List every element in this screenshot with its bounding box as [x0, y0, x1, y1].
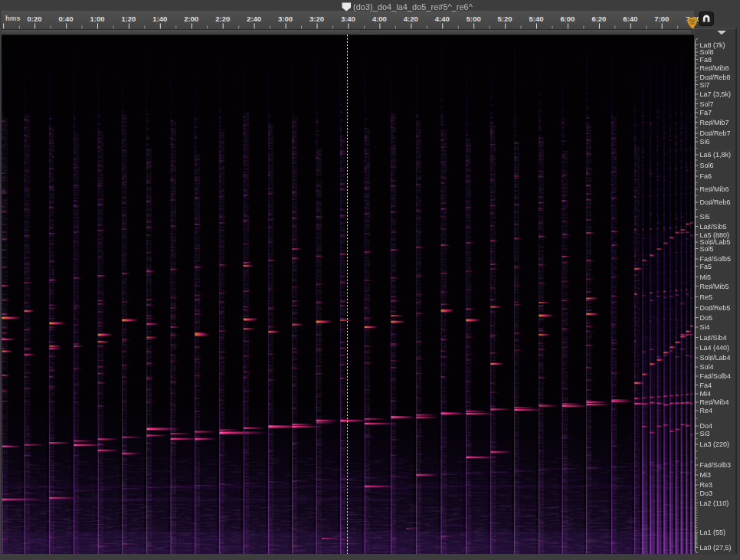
- svg-text:Fa6: Fa6: [700, 172, 712, 180]
- svg-text:(do3)_do4_la4_do5_re#5^_re6^: (do3)_do4_la4_do5_re#5^_re6^: [353, 2, 473, 11]
- svg-text:Sol5: Sol5: [700, 245, 714, 253]
- svg-text:La0 (27,5): La0 (27,5): [700, 544, 732, 552]
- svg-text:Sol8: Sol8: [700, 48, 714, 56]
- svg-text:Sol♯/Lab4: Sol♯/Lab4: [700, 354, 731, 362]
- svg-text:Mi3: Mi3: [700, 471, 712, 479]
- svg-text:Re3: Re3: [700, 481, 713, 489]
- svg-text:Fa8: Fa8: [700, 56, 712, 64]
- svg-text:Si3: Si3: [700, 430, 710, 437]
- svg-text:La5 (880): La5 (880): [700, 231, 730, 239]
- svg-text:Fa♯/Solb3: Fa♯/Solb3: [700, 461, 732, 469]
- svg-text:Fa♯/Solb4: Fa♯/Solb4: [700, 372, 732, 380]
- svg-text:Si4: Si4: [700, 323, 710, 331]
- svg-text:Sol4: Sol4: [700, 363, 714, 371]
- svg-text:Do4: Do4: [700, 422, 713, 430]
- svg-text:Do3: Do3: [700, 490, 713, 497]
- svg-text:Do♯/Reb6: Do♯/Reb6: [700, 198, 731, 206]
- svg-text:Re♯/Mib4: Re♯/Mib4: [700, 398, 729, 406]
- svg-text:Do♯/Reb8: Do♯/Reb8: [700, 74, 731, 81]
- svg-text:La3 (220): La3 (220): [700, 440, 730, 448]
- svg-text:Re♯/Mib7: Re♯/Mib7: [700, 119, 729, 126]
- svg-text:La2 (110): La2 (110): [700, 499, 729, 507]
- svg-text:La♯/Sib5: La♯/Sib5: [700, 223, 727, 231]
- svg-text:Fa4: Fa4: [700, 382, 712, 389]
- svg-text:Re4: Re4: [700, 407, 713, 414]
- svg-text:Sol7: Sol7: [700, 100, 714, 108]
- svg-text:La1 (55): La1 (55): [700, 529, 726, 536]
- svg-text:Si6: Si6: [700, 138, 710, 146]
- svg-text:Fa7: Fa7: [700, 109, 712, 116]
- svg-text:Do5: Do5: [700, 314, 713, 322]
- svg-text:Mi5: Mi5: [700, 273, 712, 281]
- svg-text:Do♯/Reb5: Do♯/Reb5: [700, 304, 731, 312]
- svg-text:La7 (3,5k): La7 (3,5k): [700, 90, 732, 98]
- svg-text:Si5: Si5: [700, 213, 710, 221]
- svg-text:Mi4: Mi4: [700, 390, 712, 398]
- svg-text:Fa5: Fa5: [700, 263, 712, 270]
- svg-text:Sol6: Sol6: [700, 162, 714, 169]
- svg-text:La4 (440): La4 (440): [700, 344, 730, 352]
- svg-text:La♯/Sib4: La♯/Sib4: [700, 334, 727, 342]
- svg-text:Re5: Re5: [700, 293, 713, 301]
- svg-text:Do♯/Reb7: Do♯/Reb7: [700, 129, 731, 137]
- svg-text:Re♯/Mib6: Re♯/Mib6: [700, 185, 729, 193]
- svg-text:Re♯/Mib5: Re♯/Mib5: [700, 283, 729, 290]
- svg-text:Fa♯/Solb5: Fa♯/Solb5: [700, 255, 732, 263]
- svg-text:Re♯/Mib8: Re♯/Mib8: [700, 64, 729, 72]
- svg-text:La6 (1,8k): La6 (1,8k): [700, 151, 732, 159]
- svg-text:Si7: Si7: [700, 81, 710, 89]
